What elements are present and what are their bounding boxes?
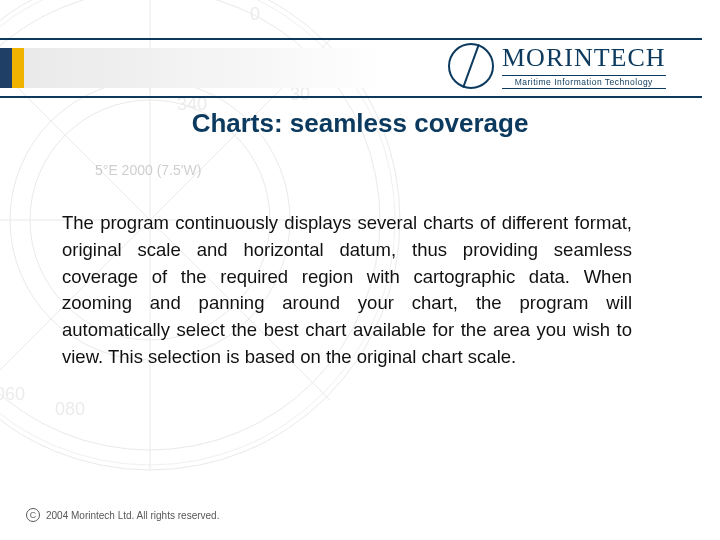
slide-title: Charts: seamless coverage (0, 108, 720, 139)
compass-icon (448, 43, 494, 89)
brand-logo: MORINTECH Maritime Information Technolog… (448, 30, 698, 102)
svg-text:350: 350 (185, 0, 215, 4)
svg-text:060: 060 (0, 384, 25, 404)
brand-name: MORINTECH (502, 43, 666, 73)
slide: 350 0 30 340 080 060 040 5°E 2000 (7.5'W… (0, 0, 720, 540)
brand-tagline: Maritime Information Technology (502, 75, 666, 89)
svg-text:080: 080 (55, 399, 85, 419)
slide-body: The program continuously displays severa… (62, 210, 632, 371)
background-scale-label: 5°E 2000 (7.5'W) (95, 162, 201, 178)
copyright-icon: C (26, 508, 40, 522)
footer-text: 2004 Morintech Ltd. All rights reserved. (46, 510, 219, 521)
footer: C 2004 Morintech Ltd. All rights reserve… (26, 508, 219, 522)
svg-text:0: 0 (250, 4, 260, 24)
header-accent (0, 48, 24, 88)
